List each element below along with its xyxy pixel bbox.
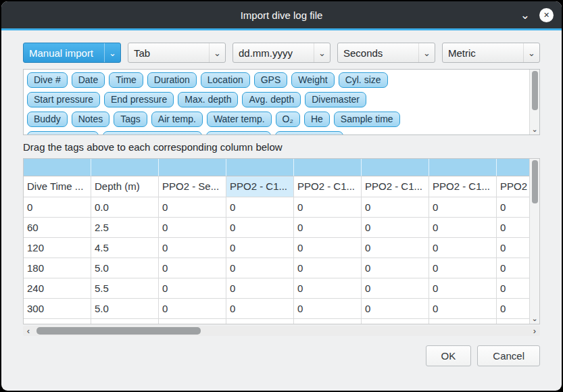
drop-target-row — [24, 159, 529, 176]
column-header-highlighted: PPO2 - C1... — [226, 176, 294, 197]
tag-row-clipped: Sample depth Sample temperature Sample p… — [27, 131, 528, 135]
tag-sample-cns[interactable]: Sample CNS — [275, 131, 343, 135]
tag-gps[interactable]: GPS — [254, 72, 288, 88]
table-cell: 4.5 — [91, 238, 159, 258]
tag-notes[interactable]: Notes — [72, 112, 110, 127]
tag-pool-scrollbar[interactable]: ⌄ — [529, 70, 539, 134]
ok-button[interactable]: OK — [426, 345, 472, 366]
tag-divemaster[interactable]: Divemaster — [305, 92, 366, 107]
date-format-select[interactable]: dd.mm.yyyy ⌄ — [232, 43, 331, 63]
drop-target[interactable] — [497, 159, 529, 176]
tag-end-pressure[interactable]: End pressure — [104, 92, 174, 107]
tag-o2[interactable]: O₂ — [276, 112, 300, 127]
table-cell: 0 — [294, 278, 362, 299]
table-cell: 0 — [362, 258, 429, 278]
table-row: 180 5.0 0 0 0 0 0 0 — [24, 258, 529, 278]
table-cell: 0 — [497, 299, 529, 319]
scrollbar-thumb[interactable] — [532, 71, 538, 110]
table-row-clipped — [24, 319, 529, 324]
scrollbar-thumb[interactable] — [532, 160, 538, 203]
table-cell: 5.0 — [91, 258, 159, 278]
tag-sample-temperature[interactable]: Sample temperature — [103, 131, 202, 135]
tag-cyl-size[interactable]: Cyl. size — [339, 72, 388, 88]
table-cell: 180 — [24, 258, 91, 278]
drop-target[interactable] — [294, 159, 362, 176]
cancel-button[interactable]: Cancel — [477, 345, 540, 366]
tag-avg-depth[interactable]: Avg. depth — [242, 92, 301, 107]
column-header: PPO2 — [497, 176, 529, 197]
table-scrollbar[interactable]: ⌄ — [529, 159, 539, 324]
scrollbar-thumb[interactable] — [36, 327, 201, 335]
tag-start-pressure[interactable]: Start pressure — [27, 92, 100, 107]
tag-sample-time[interactable]: Sample time — [334, 112, 400, 127]
table-cell: 0 — [362, 238, 429, 258]
table-cell: 0 — [226, 258, 294, 278]
table-row: 120 4.5 0 0 0 0 0 0 — [24, 238, 529, 258]
duration-format-select[interactable]: Seconds ⌄ — [337, 43, 435, 63]
column-header: PPO2 - C1... — [429, 176, 497, 197]
scroll-down-arrow-icon[interactable]: ⌄ — [530, 314, 539, 324]
table-row: 300 5.0 0 0 0 0 0 0 — [24, 299, 529, 319]
table-cell: 0 — [294, 238, 362, 258]
units-select[interactable]: Metric ⌄ — [442, 43, 540, 63]
table-cell: 0 — [159, 299, 226, 319]
scroll-left-arrow-icon[interactable]: ‹ — [23, 326, 34, 336]
column-header: Depth (m) — [91, 176, 159, 197]
table-cell: 60 — [24, 218, 91, 238]
close-button[interactable]: ✕ — [539, 8, 554, 22]
drop-target[interactable] — [429, 159, 497, 176]
table-cell: 0 — [226, 197, 294, 218]
tag-row: Start pressure End pressure Max. depth A… — [27, 92, 528, 107]
scrollbar-track[interactable] — [34, 326, 529, 336]
table-row: 0 0.0 0 0 0 0 0 0 — [24, 197, 529, 218]
drop-target[interactable] — [24, 159, 91, 176]
chevron-down-icon[interactable]: ⌄ — [520, 9, 530, 21]
table-cell — [91, 319, 159, 324]
table-cell — [226, 319, 294, 324]
chevron-down-icon: ⌄ — [418, 43, 435, 62]
drop-target[interactable] — [226, 159, 294, 176]
chevron-down-icon: ⌄ — [209, 43, 225, 62]
tag-buddy[interactable]: Buddy — [27, 112, 68, 127]
tag-air-temp[interactable]: Air temp. — [151, 112, 203, 127]
tag-max-depth[interactable]: Max. depth — [178, 92, 238, 107]
date-format-value: dd.mm.yyyy — [233, 47, 314, 59]
scroll-right-arrow-icon[interactable]: › — [529, 326, 540, 336]
tag-date[interactable]: Date — [72, 72, 105, 88]
tag-dive-number[interactable]: Dive # — [27, 72, 68, 88]
drop-target[interactable] — [159, 159, 226, 176]
tag-time[interactable]: Time — [109, 72, 143, 88]
table-cell: 0 — [159, 238, 226, 258]
tag-location[interactable]: Location — [201, 72, 250, 88]
tag-he[interactable]: He — [304, 112, 330, 127]
table-cell — [429, 319, 497, 324]
table-cell: 0 — [159, 197, 226, 218]
tag-tags[interactable]: Tags — [114, 112, 147, 127]
tag-sample-po2[interactable]: Sample pO₂ — [206, 131, 270, 135]
table-cell — [294, 319, 362, 324]
tag-weight[interactable]: Weight — [291, 72, 334, 88]
table-cell: 5.0 — [91, 299, 159, 319]
field-separator-select[interactable]: Tab ⌄ — [128, 43, 226, 63]
column-header: Dive Time ... — [24, 176, 91, 197]
tag-water-temp[interactable]: Water temp. — [207, 112, 272, 127]
horizontal-scrollbar[interactable]: ‹ › — [23, 326, 540, 336]
drop-target[interactable] — [362, 159, 429, 176]
duration-format-value: Seconds — [338, 47, 418, 59]
chevron-down-icon: ⌄ — [523, 43, 539, 62]
import-dialog: Import dive log file ⌄ ✕ Manual import ⌄… — [1, 1, 562, 391]
tag-sample-depth[interactable]: Sample depth — [27, 131, 99, 135]
scroll-down-arrow-icon[interactable]: ⌄ — [530, 124, 539, 134]
table-cell: 0 — [24, 197, 91, 218]
tag-duration[interactable]: Duration — [147, 72, 197, 88]
table-cell: 0 — [429, 197, 497, 218]
units-value: Metric — [443, 47, 523, 59]
table-cell: 0 — [362, 197, 429, 218]
titlebar[interactable]: Import dive log file ⌄ ✕ — [1, 1, 562, 28]
table-cell: 0 — [362, 299, 429, 319]
field-separator-value: Tab — [128, 47, 209, 59]
import-type-select[interactable]: Manual import ⌄ — [23, 43, 121, 63]
import-type-value: Manual import — [24, 47, 104, 59]
drop-target[interactable] — [91, 159, 159, 176]
table-cell: 0.0 — [91, 197, 159, 218]
